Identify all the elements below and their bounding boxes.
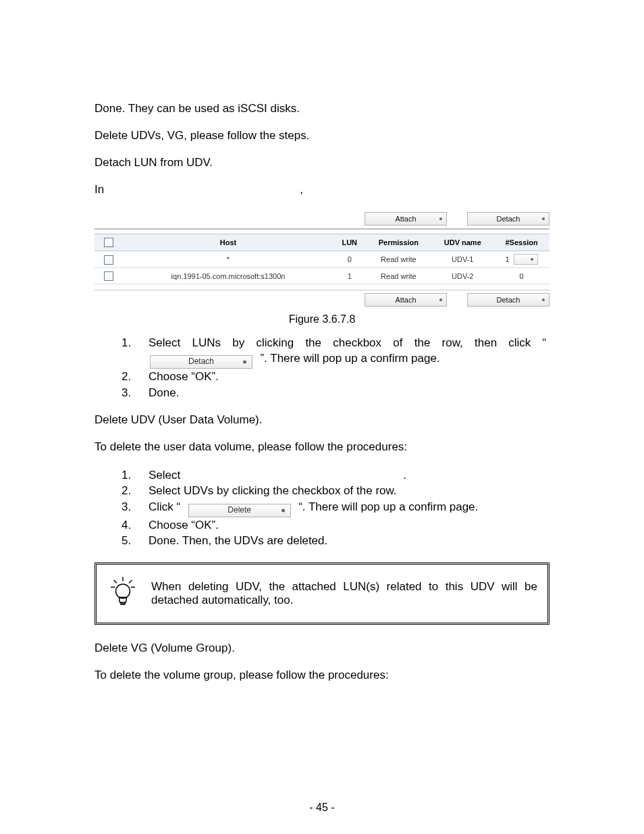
lun-table: Host LUN Permission UDV name #Session * … [95,234,549,284]
cell-permission: Read write [365,268,431,284]
dropdown-dot-icon [243,360,246,363]
detach-steps-list: 1. Select LUNs by clicking the checkbox … [95,335,549,401]
detach-button-label: Detach [188,356,214,367]
attach-button-label: Attach [395,296,416,304]
list-text: Select LUNs by clicking the checkbox of … [149,336,549,349]
svg-point-5 [116,584,130,598]
list-number: 4. [122,517,149,533]
attach-button-label: Attach [395,215,416,223]
para-delete-intro: Delete UDVs, VG, please follow the steps… [95,128,549,143]
svg-line-2 [129,580,132,583]
list-number: 2. [122,483,149,499]
list-number: 1. [122,467,149,484]
dropdown-dot-icon [542,217,545,220]
lun-table-figure: Attach Detach Host LUN Permission UDV na… [95,209,549,309]
cell-session: 1 [506,255,510,263]
delete-udv-steps-list: 1. Select . 2. Select UDVs by clicking t… [95,467,549,550]
list-number: 2. [122,369,149,385]
detach-button[interactable]: Detach [467,293,549,307]
list-text: Done. [149,385,549,401]
list-text: . [403,467,406,484]
para-delete-udv-head: Delete UDV (User Data Volume). [95,413,549,427]
cell-host: * [123,251,333,268]
row-checkbox[interactable] [104,271,113,281]
attach-button[interactable]: Attach [365,293,447,307]
delete-button[interactable]: Delete [188,504,291,517]
cell-lun: 1 [333,268,365,284]
delete-button-label: Delete [227,504,251,516]
para-delete-udv-intro: To delete the user data volume, please f… [95,440,549,454]
detach-button[interactable]: Detach [150,355,252,369]
note-box: When deleting UDV, the attached LUN(s) r… [95,563,549,625]
col-host: Host [123,234,333,251]
page-number: - 45 - [0,802,644,814]
list-text: “. There will pop up a confirm page. [295,500,478,513]
session-detail-button[interactable] [514,254,538,265]
dropdown-dot-icon [281,509,285,512]
list-number: 3. [122,499,149,517]
cell-lun: 0 [333,251,365,268]
select-all-checkbox[interactable] [104,238,113,247]
list-number: 1. [122,335,149,369]
para-delete-vg-head: Delete VG (Volume Group). [95,641,549,656]
attach-button[interactable]: Attach [365,212,447,226]
dropdown-dot-icon [542,298,545,301]
dropdown-dot-icon [531,258,533,261]
detach-button[interactable]: Detach [467,212,549,226]
figure-caption: Figure 3.6.7.8 [95,313,549,325]
para-detach-lun: Detach LUN from UDV. [95,155,549,170]
inline-comma: , [300,182,303,197]
note-text: When deleting UDV, the attached LUN(s) r… [151,580,537,607]
list-text: Done. Then, the UDVs are deleted. [149,533,549,549]
cell-permission: Read write [365,251,431,268]
row-checkbox[interactable] [104,255,113,265]
list-number: 5. [122,533,149,549]
para-delete-vg-intro: To delete the volume group, please follo… [95,668,549,683]
cell-host: iqn.1991-05.com.microsoft:s1300n [123,268,333,284]
list-text: Select [149,467,180,484]
para-done-iscsi: Done. They can be used as iSCSI disks. [95,101,549,116]
list-text: ”. There will pop up a confirm page. [257,352,440,365]
col-permission: Permission [365,234,431,251]
list-text: Select UDVs by clicking the checkbox of … [149,483,549,499]
cell-udv: UDV-2 [431,268,493,284]
col-lun: LUN [333,234,365,251]
svg-line-1 [114,580,117,583]
list-number: 3. [122,385,149,401]
list-text: Choose “OK”. [149,369,549,385]
col-session: #Session [493,234,549,251]
dropdown-dot-icon [439,217,442,220]
dropdown-dot-icon [439,298,442,301]
detach-button-label: Detach [497,296,520,304]
col-udv-name: UDV name [431,234,493,251]
cell-session: 0 [493,268,549,284]
table-row: iqn.1991-05.com.microsoft:s1300n 1 Read … [95,268,549,284]
list-text: Choose “OK”. [149,517,549,533]
cell-udv: UDV-1 [431,251,493,268]
inline-in: In [95,182,104,197]
detach-button-label: Detach [497,215,520,223]
lightbulb-icon [107,576,139,611]
para-in-line: In , [95,182,549,197]
list-text: Click “ [149,500,184,513]
table-row: * 0 Read write UDV-1 1 [95,251,549,268]
